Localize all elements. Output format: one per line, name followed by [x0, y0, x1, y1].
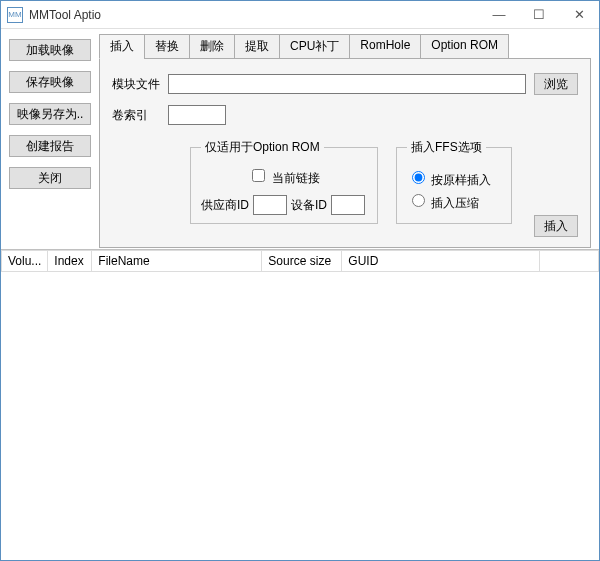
tab-bar: 插入 替换 删除 提取 CPU补丁 RomHole Option ROM [99, 33, 591, 58]
current-link-checkbox-label[interactable]: 当前链接 [248, 171, 320, 185]
vendor-id-label: 供应商ID [201, 197, 249, 214]
app-icon: MM [7, 7, 23, 23]
radio-insert-compress-label[interactable]: 插入压缩 [407, 191, 501, 212]
insert-button[interactable]: 插入 [534, 215, 578, 237]
module-file-label: 模块文件 [112, 76, 168, 93]
titlebar: MM MMTool Aptio — ☐ ✕ [1, 1, 599, 29]
load-image-button[interactable]: 加载映像 [9, 39, 91, 61]
sidebar: 加载映像 保存映像 映像另存为.. 创建报告 关闭 [1, 29, 99, 249]
tab-optionrom[interactable]: Option ROM [420, 34, 509, 59]
table-header-row: Volu... Index FileName Source size GUID [2, 251, 599, 272]
main-area: 插入 替换 删除 提取 CPU补丁 RomHole Option ROM 模块文… [99, 29, 599, 249]
volindex-input[interactable] [168, 105, 226, 125]
tab-delete[interactable]: 删除 [189, 34, 235, 59]
tab-extract[interactable]: 提取 [234, 34, 280, 59]
col-index[interactable]: Index [48, 251, 92, 272]
radio-insert-asis[interactable] [412, 171, 425, 184]
group-optionrom-legend: 仅适用于Option ROM [201, 139, 324, 156]
group-optionrom: 仅适用于Option ROM 当前链接 供应商ID 设备ID [190, 139, 378, 224]
close-button[interactable]: 关闭 [9, 167, 91, 189]
browse-button[interactable]: 浏览 [534, 73, 578, 95]
tab-replace[interactable]: 替换 [144, 34, 190, 59]
minimize-button[interactable]: — [479, 1, 519, 29]
device-id-label: 设备ID [291, 197, 327, 214]
group-ffs: 插入FFS选项 按原样插入 插入压缩 [396, 139, 512, 224]
col-spacer [540, 251, 599, 272]
tab-panel: 模块文件 浏览 卷索引 仅适用于Option ROM 当前链接 [99, 58, 591, 248]
col-sourcesize[interactable]: Source size [262, 251, 342, 272]
upper-content: 加载映像 保存映像 映像另存为.. 创建报告 关闭 插入 替换 删除 提取 CP… [1, 29, 599, 249]
vendor-id-input[interactable] [253, 195, 287, 215]
group-ffs-legend: 插入FFS选项 [407, 139, 486, 156]
volindex-label: 卷索引 [112, 107, 168, 124]
tab-romhole[interactable]: RomHole [349, 34, 421, 59]
col-filename[interactable]: FileName [92, 251, 262, 272]
create-report-button[interactable]: 创建报告 [9, 135, 91, 157]
save-image-button[interactable]: 保存映像 [9, 71, 91, 93]
col-guid[interactable]: GUID [342, 251, 540, 272]
tab-insert[interactable]: 插入 [99, 34, 145, 59]
col-volume[interactable]: Volu... [2, 251, 48, 272]
device-id-input[interactable] [331, 195, 365, 215]
maximize-button[interactable]: ☐ [519, 1, 559, 29]
saveas-image-button[interactable]: 映像另存为.. [9, 103, 91, 125]
current-link-checkbox[interactable] [252, 169, 265, 182]
close-window-button[interactable]: ✕ [559, 1, 599, 29]
module-file-input[interactable] [168, 74, 526, 94]
radio-insert-compress[interactable] [412, 194, 425, 207]
module-table[interactable]: Volu... Index FileName Source size GUID [1, 249, 599, 559]
tab-cpupatch[interactable]: CPU补丁 [279, 34, 350, 59]
window-title: MMTool Aptio [29, 8, 479, 22]
radio-insert-asis-label[interactable]: 按原样插入 [407, 168, 501, 189]
